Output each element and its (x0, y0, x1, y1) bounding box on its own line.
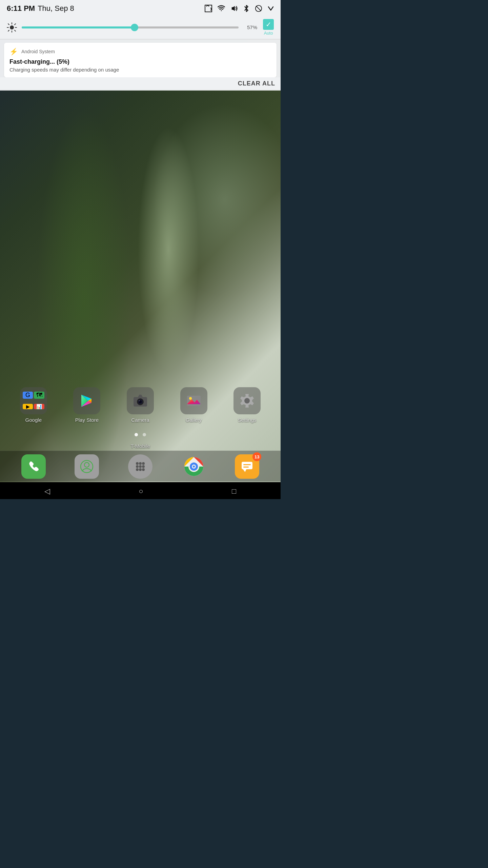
drawer-icon[interactable] (128, 454, 152, 479)
settings-label: Settings (238, 417, 256, 423)
app-item-google[interactable]: G 🗺 ▶ 📊 Google (13, 387, 54, 423)
nav-bar: ◁ ○ □ (0, 482, 281, 499)
svg-point-11 (84, 462, 89, 467)
svg-point-25 (193, 466, 195, 468)
google-folder-icon[interactable]: G 🗺 ▶ 📊 (20, 387, 47, 414)
svg-point-18 (136, 468, 139, 471)
svg-line-34 (256, 6, 261, 11)
google-extra-icon: 📊 (34, 404, 44, 409)
page-dots (0, 433, 281, 436)
sound-icon (230, 5, 238, 12)
google-play-mini-icon: ▶ (23, 404, 33, 409)
slash-circle-icon (255, 5, 262, 12)
google-maps-icon: 🗺 (34, 392, 44, 399)
dock-item-chrome[interactable] (182, 454, 206, 479)
notification-title: Fast-charging... (5%) (9, 58, 271, 65)
gallery-svg (185, 392, 202, 409)
brightness-row: 57% ✓ Auto (0, 16, 281, 39)
messages-icon[interactable]: 13 (235, 454, 259, 479)
page-dot-2[interactable] (143, 433, 146, 436)
status-time: 6:11 PM (7, 4, 35, 13)
dock-item-contacts[interactable] (75, 454, 99, 479)
chrome-icon[interactable] (182, 454, 206, 479)
svg-line-41 (15, 30, 16, 31)
recent-button[interactable]: □ (232, 487, 236, 496)
brightness-track (22, 26, 239, 28)
bluetooth-icon (243, 5, 249, 12)
notification-app-name: Android System (21, 49, 55, 54)
settings-icon[interactable] (233, 387, 261, 414)
gallery-icon[interactable] (180, 387, 207, 414)
camera-label: Camera (131, 417, 149, 423)
svg-point-31 (221, 10, 222, 11)
dock-item-messages[interactable]: 13 (235, 454, 259, 479)
contacts-svg (80, 460, 94, 473)
svg-point-14 (142, 462, 145, 465)
auto-label: Auto (264, 31, 273, 36)
dock-item-drawer[interactable] (128, 454, 152, 479)
auto-check-icon[interactable]: ✓ (263, 19, 274, 30)
svg-rect-26 (242, 462, 252, 469)
home-button[interactable]: ○ (139, 487, 143, 496)
divider (0, 39, 281, 39)
google-label: Google (25, 417, 42, 423)
svg-rect-6 (187, 396, 201, 406)
settings-svg (239, 392, 256, 409)
notification-card[interactable]: ⚡ Android System Fast-charging... (5%) C… (4, 43, 277, 77)
app-item-settings[interactable]: Settings (227, 387, 267, 423)
svg-point-16 (139, 465, 142, 468)
brightness-thumb[interactable] (131, 24, 138, 31)
phone-svg (27, 460, 40, 473)
android-system-icon: ⚡ (9, 47, 18, 56)
contacts-icon[interactable] (75, 454, 99, 479)
clear-all-row: CLEAR ALL (0, 77, 281, 89)
back-button[interactable]: ◁ (44, 487, 50, 496)
svg-point-12 (136, 462, 139, 465)
dock-item-phone[interactable] (21, 454, 46, 479)
chrome-svg (184, 456, 204, 477)
chevron-down-icon[interactable] (268, 6, 274, 11)
dock: 13 (0, 451, 281, 481)
expand-icon (205, 5, 212, 12)
app-item-gallery[interactable]: Gallery (174, 387, 214, 423)
svg-marker-1 (138, 395, 143, 397)
carrier-label: T-Mobile (0, 443, 281, 451)
brightness-slider[interactable] (22, 24, 239, 31)
play-store-icon[interactable] (73, 387, 100, 414)
gallery-label: Gallery (186, 417, 202, 423)
status-icons (205, 5, 274, 12)
svg-rect-28 (243, 464, 251, 465)
svg-point-13 (139, 462, 142, 465)
carrier-text: T-Mobile (130, 443, 150, 449)
svg-point-8 (189, 397, 192, 400)
svg-point-17 (142, 465, 145, 468)
svg-point-19 (139, 468, 142, 471)
auto-brightness-toggle[interactable]: ✓ Auto (263, 19, 274, 36)
notification-panel: 6:11 PM Thu, Sep 8 (0, 0, 281, 91)
svg-point-5 (139, 400, 140, 401)
svg-point-15 (136, 465, 139, 468)
page-dot-1[interactable] (135, 433, 138, 436)
brightness-fill (22, 26, 135, 28)
app-item-camera[interactable]: Camera (120, 387, 161, 423)
google-g-icon: G (23, 392, 33, 399)
messages-svg (240, 460, 254, 473)
app-item-play-store[interactable]: Play Store (66, 387, 107, 423)
camera-icon[interactable] (127, 387, 154, 414)
svg-point-20 (142, 468, 145, 471)
play-store-label: Play Store (75, 417, 99, 423)
svg-rect-29 (243, 467, 249, 468)
notification-body: Charging speeds may differ depending on … (9, 67, 271, 73)
play-store-svg (79, 393, 95, 409)
svg-marker-27 (243, 469, 246, 472)
svg-line-42 (15, 24, 16, 25)
messages-badge: 13 (252, 452, 261, 461)
camera-svg (132, 392, 149, 409)
brightness-icon (7, 22, 17, 33)
app-grid: G 🗺 ▶ 📊 Google (0, 384, 281, 426)
phone-icon[interactable] (21, 454, 46, 479)
notification-header: ⚡ Android System (9, 47, 271, 56)
wifi-icon (218, 5, 225, 12)
status-date: Thu, Sep 8 (38, 4, 205, 13)
clear-all-button[interactable]: CLEAR ALL (238, 80, 275, 87)
